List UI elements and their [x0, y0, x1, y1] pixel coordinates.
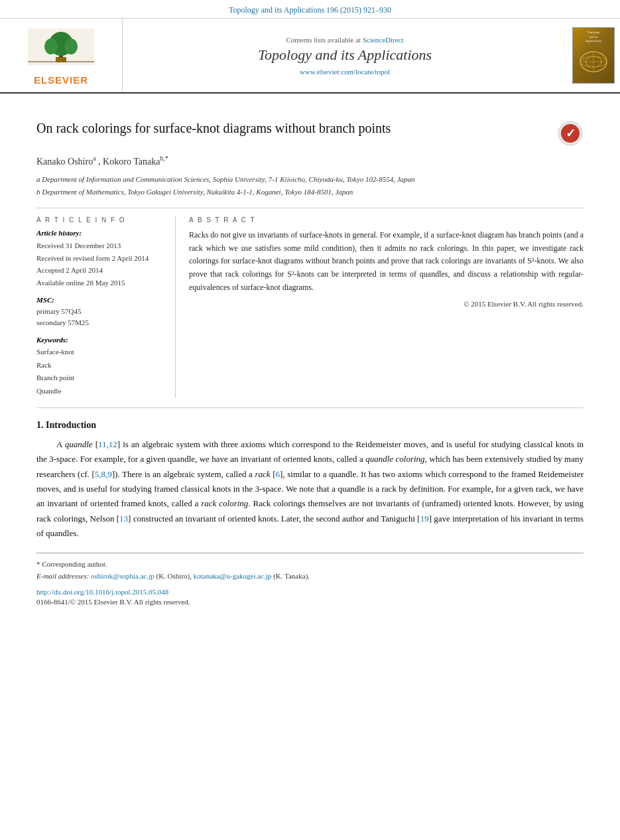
- author1-sup: a: [93, 155, 95, 162]
- doi-text[interactable]: http://dx.doi.org/10.1016/j.topol.2015.0…: [36, 588, 168, 596]
- journal-link-bar: Topology and its Applications 196 (2015)…: [0, 0, 620, 19]
- ref-19[interactable]: 19: [420, 514, 429, 524]
- msc-items: primary 57Q45 secondary 57M25: [36, 306, 164, 329]
- two-col-section: A R T I C L E I N F O Article history: R…: [36, 216, 584, 398]
- section-number: 1.: [36, 420, 44, 430]
- svg-rect-6: [56, 57, 66, 62]
- doi-line[interactable]: http://dx.doi.org/10.1016/j.topol.2015.0…: [36, 588, 584, 596]
- crossmark-logo[interactable]: ✓: [557, 120, 584, 147]
- journal-link-text[interactable]: Topology and its Applications 196 (2015)…: [229, 5, 391, 15]
- elsevier-logo-svg: [21, 25, 101, 72]
- authors-line: Kanako Oshiroa , Kokoro Tanakab,*: [36, 155, 584, 167]
- available-date: Available online 28 May 2015: [36, 277, 164, 289]
- author2-sup: b,*: [160, 155, 168, 162]
- header-center: Contents lists available at ScienceDirec…: [123, 19, 567, 92]
- article-title-row: On rack colorings for surface-knot diagr…: [36, 119, 584, 147]
- elsevier-logo-section: ELSEVIER: [0, 19, 123, 92]
- elsevier-wordmark: ELSEVIER: [34, 74, 88, 86]
- ref-11-12[interactable]: 11,12: [98, 439, 117, 449]
- issn-line: 0166-8641/© 2015 Elsevier B.V. All right…: [36, 598, 584, 606]
- affiliations: a Department of Information and Communic…: [36, 174, 584, 198]
- divider-1: [36, 208, 584, 208]
- keywords-label: Keywords:: [36, 336, 164, 344]
- abstract-column: A B S T R A C T Racks do not give us inv…: [189, 216, 584, 398]
- email-tanaka[interactable]: kotanaka@u-gakugei.ac.jp: [194, 572, 272, 580]
- article-history-label: Article history:: [36, 229, 164, 237]
- intro-paragraph-1: A quandle [11,12] is an algebraic system…: [36, 437, 584, 541]
- email-label: E-mail addresses:: [36, 572, 89, 580]
- article-info-column: A R T I C L E I N F O Article history: R…: [36, 216, 176, 398]
- introduction-title: 1. Introduction: [36, 420, 584, 431]
- corresponding-note: * Corresponding author.: [36, 559, 584, 571]
- ref-6[interactable]: 6: [276, 469, 280, 479]
- copyright-line: © 2015 Elsevier B.V. All rights reserved…: [189, 300, 584, 308]
- msc-secondary: secondary 57M25: [36, 317, 164, 329]
- keyword-4: Quandle: [36, 385, 164, 398]
- svg-point-3: [44, 38, 58, 54]
- msc-label: MSC:: [36, 296, 164, 304]
- abstract-body: Racks do not give us invariants of surfa…: [189, 230, 584, 292]
- abstract-text: Racks do not give us invariants of surfa…: [189, 229, 584, 295]
- keyword-2: Rack: [36, 359, 164, 372]
- keyword-1: Surface-knot: [36, 346, 164, 359]
- affiliation-a: a Department of Information and Communic…: [36, 174, 584, 186]
- page: Topology and its Applications 196 (2015)…: [0, 0, 620, 840]
- ref-13[interactable]: 13: [119, 514, 128, 524]
- page-header: ELSEVIER Contents lists available at Sci…: [0, 19, 620, 94]
- author2-name: , Kokoro Tanaka: [98, 157, 160, 167]
- rack-coloring-italic: rack coloring: [201, 498, 248, 508]
- journal-cover: Topologyand itsApplications: [567, 19, 620, 92]
- revised-date: Received in revised form 2 April 2014: [36, 252, 164, 265]
- cover-decoration: [576, 45, 612, 78]
- article-info-heading: A R T I C L E I N F O: [36, 216, 164, 224]
- received-date: Received 31 December 2013: [36, 240, 164, 252]
- sciencedirect-link[interactable]: ScienceDirect: [363, 36, 404, 44]
- quandle-coloring-italic: quandle coloring: [365, 454, 424, 464]
- article-title-text: On rack colorings for surface-knot diagr…: [36, 119, 547, 137]
- email-oshiro[interactable]: oshirok@sophia.ac.jp: [91, 572, 155, 580]
- keyword-3: Branch point: [36, 372, 164, 385]
- journal-url[interactable]: www.elsevier.com/locate/topol: [300, 68, 390, 76]
- keywords-items: Surface-knot Rack Branch point Quandle: [36, 346, 164, 398]
- rack-italic: rack: [255, 469, 270, 479]
- section-title-text: Introduction: [46, 420, 96, 430]
- accepted-date: Accepted 2 April 2014: [36, 264, 164, 277]
- affiliation-b: b Department of Mathematics, Tokyo Gakug…: [36, 186, 584, 198]
- divider-2: [36, 407, 584, 408]
- footer-divider: [36, 553, 584, 553]
- svg-text:✓: ✓: [566, 127, 576, 140]
- introduction-section: 1. Introduction A quandle [11,12] is an …: [36, 420, 584, 541]
- ref-5-8-9[interactable]: 5,8,9: [95, 469, 112, 479]
- cover-image: Topologyand itsApplications: [572, 27, 615, 84]
- svg-point-4: [64, 38, 78, 54]
- quandle-italic: quandle: [65, 439, 93, 449]
- sciencedirect-line: Contents lists available at ScienceDirec…: [286, 36, 403, 44]
- contents-text: Contents lists available at: [286, 36, 361, 44]
- abstract-heading: A B S T R A C T: [189, 216, 584, 224]
- journal-title-header: Topology and its Applications: [258, 46, 432, 64]
- logo-container: ELSEVIER: [21, 25, 101, 86]
- main-content: On rack colorings for surface-knot diagr…: [0, 94, 620, 619]
- msc-primary: primary 57Q45: [36, 306, 164, 318]
- crossmark-svg: ✓: [557, 120, 584, 147]
- footnote-section: * Corresponding author. E-mail addresses…: [36, 559, 584, 582]
- email-line: E-mail addresses: oshirok@sophia.ac.jp (…: [36, 571, 584, 583]
- article-history-items: Received 31 December 2013 Received in re…: [36, 240, 164, 289]
- author1-name: Kanako Oshiro: [36, 157, 93, 167]
